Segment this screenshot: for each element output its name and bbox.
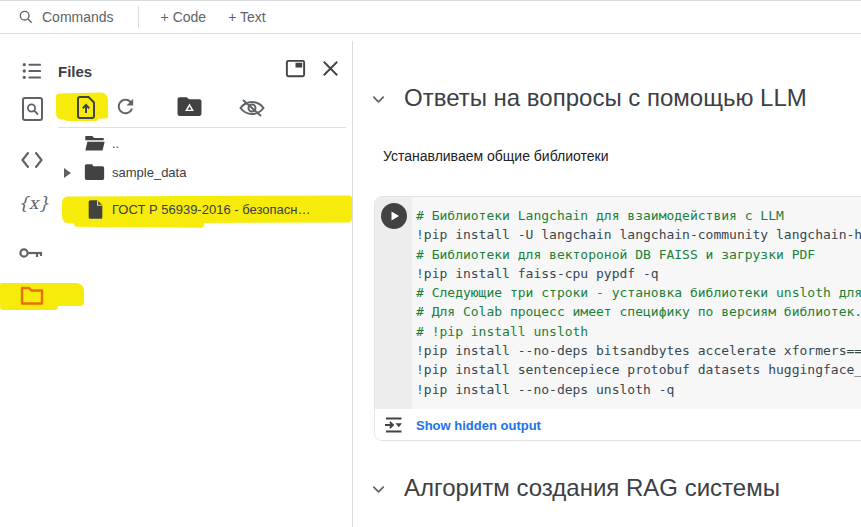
toolbar-divider (138, 6, 139, 28)
code-area: # Библиотеки Langchain для взаимодействи… (375, 197, 861, 409)
code-lines[interactable]: # Библиотеки Langchain для взаимодействи… (412, 197, 861, 409)
code-cell: # Библиотеки Langchain для взаимодействи… (374, 196, 861, 441)
section-title: Алгоритм создания RAG системы (404, 474, 780, 502)
tree-row-parent-dir[interactable]: .. (58, 131, 352, 157)
section-heading-2: Алгоритм создания RAG системы (370, 474, 780, 502)
hidden-files-eye-off-icon[interactable] (238, 96, 266, 120)
open-in-tab-icon[interactable] (284, 57, 307, 80)
show-output-icon[interactable] (382, 413, 406, 437)
tree-item-label: ГОСТ Р 56939-2016 - безопасн… (112, 202, 310, 217)
secrets-key-icon[interactable] (18, 243, 44, 263)
add-text-button[interactable]: + Text (228, 9, 266, 25)
files-folder-icon[interactable] (20, 285, 44, 306)
folder-icon (84, 163, 105, 181)
close-icon[interactable] (319, 57, 342, 80)
tree-row-sample-data[interactable]: sample_data (58, 160, 352, 186)
tree-item-label: .. (112, 136, 119, 151)
markdown-paragraph: Устанавливаем общие библиотеки (383, 148, 609, 164)
refresh-icon[interactable] (114, 95, 137, 118)
add-code-button[interactable]: + Code (161, 9, 207, 25)
files-panel-title: Files (58, 63, 92, 80)
panel-divider[interactable] (352, 41, 353, 527)
mount-drive-icon[interactable] (177, 96, 202, 117)
tree-row-gost-file[interactable]: ГОСТ Р 56939-2016 - безопасн… (58, 197, 352, 223)
tree-item-label: sample_data (112, 165, 186, 180)
cell-output-bar: Show hidden output (375, 409, 861, 441)
upload-file-icon[interactable] (75, 95, 97, 120)
commands-button[interactable]: Commands (18, 9, 114, 25)
run-cell-button[interactable] (381, 203, 407, 229)
find-in-files-icon[interactable] (21, 96, 44, 122)
file-icon (87, 199, 104, 220)
expand-caret-icon[interactable] (63, 167, 72, 179)
folder-open-icon (84, 135, 105, 152)
files-toolbar-divider (58, 127, 346, 128)
collapse-chevron-icon[interactable] (370, 91, 387, 112)
variables-icon[interactable]: {x} (18, 193, 49, 213)
commands-label: Commands (42, 9, 114, 25)
search-icon (18, 9, 34, 25)
notebook-toolbar: Commands + Code + Text (0, 0, 861, 34)
code-snippets-icon[interactable] (20, 149, 44, 171)
cell-gutter (375, 197, 412, 409)
section-title: Ответы на вопросы с помощью LLM (404, 84, 807, 112)
table-of-contents-icon[interactable] (21, 61, 43, 81)
section-heading-1: Ответы на вопросы с помощью LLM (370, 84, 807, 112)
show-hidden-output-link[interactable]: Show hidden output (416, 418, 541, 433)
collapse-chevron-icon[interactable] (370, 481, 387, 502)
